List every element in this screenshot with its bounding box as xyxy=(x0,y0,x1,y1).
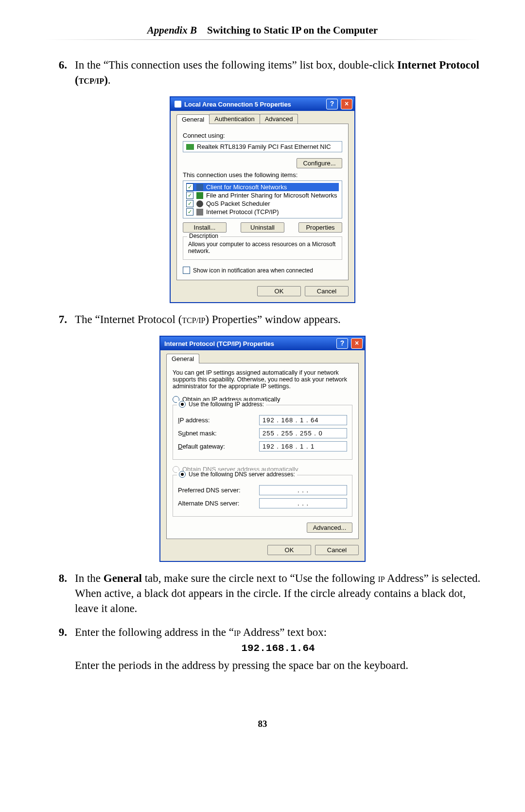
subnet-mask-label: Subnet mask: xyxy=(178,430,259,437)
properties-button[interactable]: Properties xyxy=(298,222,342,233)
checkbox-icon[interactable]: ✓ xyxy=(186,183,193,191)
share-icon xyxy=(196,192,203,199)
ok-button[interactable]: OK xyxy=(257,286,301,296)
step-number: 9. xyxy=(44,625,75,672)
description-text: Allows your computer to access resources… xyxy=(188,241,337,254)
tabs: General Authentication Advanced xyxy=(176,114,349,124)
ip-address-label: IP address: xyxy=(178,416,259,424)
default-gateway-label: Default gateway: xyxy=(178,443,259,450)
preferred-dns-label: Preferred DNS server: xyxy=(178,487,259,494)
preferred-dns-field[interactable]: . . . xyxy=(259,485,347,495)
close-button[interactable]: × xyxy=(341,99,352,109)
step-8: 8. In the General tab, make sure the cir… xyxy=(44,571,481,616)
radio-use-dns[interactable]: Use the following DNS server addresses: xyxy=(177,471,297,478)
step-9: 9. Enter the following address in the “I… xyxy=(44,625,481,672)
step-text: In the General tab, make sure the circle… xyxy=(75,571,481,616)
list-item[interactable]: ✓ QoS Packet Scheduler xyxy=(186,199,339,208)
configure-button[interactable]: Configure... xyxy=(297,158,342,168)
checkbox-icon[interactable]: ✓ xyxy=(186,200,193,207)
default-gateway-field[interactable]: 192 . 168 . 1 . 1 xyxy=(259,441,347,451)
tcpip-properties-dialog: Internet Protocol (TCP/IP) Properties ? … xyxy=(159,336,366,562)
titlebar[interactable]: Internet Protocol (TCP/IP) Properties ? … xyxy=(160,337,365,350)
window-title: Internet Protocol (TCP/IP) Properties xyxy=(164,340,333,347)
alternate-dns-field[interactable]: . . . xyxy=(259,498,347,508)
nic-name: Realtek RTL8139 Family PCI Fast Ethernet… xyxy=(197,143,331,150)
close-button[interactable]: × xyxy=(351,338,363,349)
radio-icon[interactable] xyxy=(179,401,186,408)
cancel-button[interactable]: Cancel xyxy=(305,286,349,296)
step-number: 6. xyxy=(44,57,75,88)
header-rule xyxy=(44,39,481,40)
nic-icon xyxy=(186,144,194,150)
qos-icon xyxy=(196,200,203,207)
step-7: 7. The “Internet Protocol (TCP/IP) Prope… xyxy=(44,312,481,327)
subnet-mask-field[interactable]: 255 . 255 . 255 . 0 xyxy=(259,428,347,438)
help-button[interactable]: ? xyxy=(326,99,338,109)
tab-authentication[interactable]: Authentication xyxy=(209,114,260,124)
cancel-button[interactable]: Cancel xyxy=(315,545,359,555)
ip-code: 192.168.1.64 xyxy=(75,642,481,655)
titlebar[interactable]: Local Area Connection 5 Properties ? × xyxy=(171,97,354,111)
nic-field[interactable]: Realtek RTL8139 Family PCI Fast Ethernet… xyxy=(183,141,342,152)
step-6: 6. In the “This connection uses the foll… xyxy=(44,57,481,88)
intro-text: You can get IP settings assigned automat… xyxy=(173,369,352,390)
protocol-icon xyxy=(196,209,203,216)
tab-general[interactable]: General xyxy=(166,354,199,363)
install-button[interactable]: Install... xyxy=(183,222,227,233)
alternate-dns-label: Alternate DNS server: xyxy=(178,500,259,507)
page-number: 83 xyxy=(44,719,481,729)
list-item[interactable]: ✓ Client for Microsoft Networks xyxy=(186,183,339,191)
list-item[interactable]: ✓ Internet Protocol (TCP/IP) xyxy=(186,208,339,216)
show-icon-checkbox[interactable]: ✓ xyxy=(183,267,190,274)
step-number: 8. xyxy=(44,571,75,616)
tab-advanced[interactable]: Advanced xyxy=(260,114,298,124)
checkbox-icon[interactable]: ✓ xyxy=(186,192,193,199)
window-title: Local Area Connection 5 Properties xyxy=(184,101,323,108)
step-number: 7. xyxy=(44,312,75,327)
header-appendix: Appendix B xyxy=(147,24,197,36)
uninstall-button[interactable]: Uninstall xyxy=(241,222,284,233)
show-icon-label: Show icon in notification area when conn… xyxy=(193,267,313,274)
step-text: In the “This connection uses the followi… xyxy=(75,57,481,88)
page-header: Appendix B Switching to Static IP on the… xyxy=(44,24,481,36)
page: Appendix B Switching to Static IP on the… xyxy=(0,0,525,749)
client-icon xyxy=(196,184,203,191)
radio-use-ip[interactable]: Use the following IP address: xyxy=(177,401,266,408)
step-text: The “Internet Protocol (TCP/IP) Properti… xyxy=(75,312,481,327)
items-listbox[interactable]: ✓ Client for Microsoft Networks ✓ File a… xyxy=(183,180,342,218)
items-label: This connection uses the following items… xyxy=(183,171,342,179)
window-icon xyxy=(175,101,181,108)
help-button[interactable]: ? xyxy=(336,338,348,349)
header-title: Switching to Static IP on the Computer xyxy=(207,24,378,36)
step-text: Enter the following address in the “IP A… xyxy=(75,625,481,672)
ip-address-field[interactable]: 192 . 168 . 1 . 64 xyxy=(259,415,347,425)
connect-using-label: Connect using: xyxy=(183,132,342,139)
radio-icon[interactable] xyxy=(179,471,186,478)
lan-properties-dialog: Local Area Connection 5 Properties ? × G… xyxy=(170,96,355,303)
description-legend: Description xyxy=(187,233,220,239)
checkbox-icon[interactable]: ✓ xyxy=(186,208,193,216)
ok-button[interactable]: OK xyxy=(267,545,311,555)
advanced-button[interactable]: Advanced... xyxy=(307,523,352,533)
list-item[interactable]: ✓ File and Printer Sharing for Microsoft… xyxy=(186,191,339,199)
description-group: Description Allows your computer to acce… xyxy=(183,236,342,260)
tab-general[interactable]: General xyxy=(176,114,210,124)
